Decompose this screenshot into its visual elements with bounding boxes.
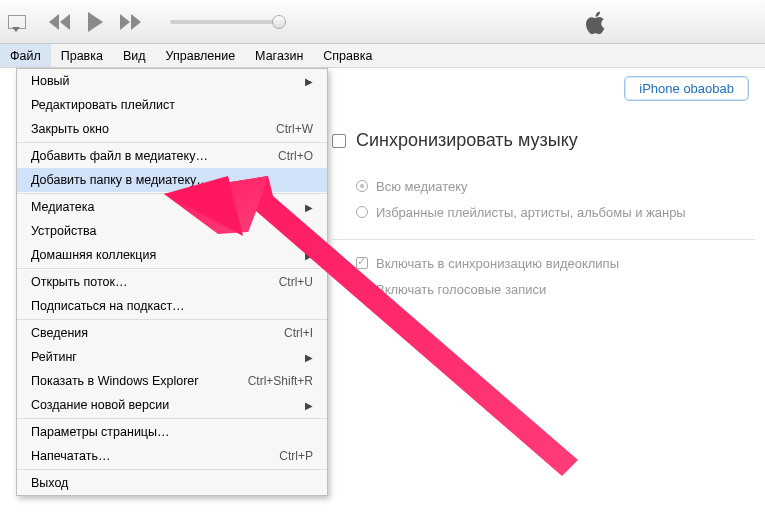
menu-item[interactable]: Рейтинг▶ <box>17 345 327 369</box>
transport-controls <box>48 12 142 32</box>
menu-item[interactable]: Новый▶ <box>17 69 327 93</box>
menu-item[interactable]: Выход <box>17 471 327 495</box>
menu-item[interactable]: Открыть поток…Ctrl+U <box>17 270 327 294</box>
play-icon[interactable] <box>86 12 104 32</box>
submenu-arrow-icon: ▶ <box>305 352 313 363</box>
menu-item-label: Устройства <box>31 224 96 238</box>
menu-item-label: Создание новой версии <box>31 398 169 412</box>
opt-voice-label: Включать голосовые записи <box>376 282 546 297</box>
menu-item[interactable]: Добавить файл в медиатеку…Ctrl+O <box>17 144 327 168</box>
menu-separator <box>17 319 327 320</box>
menu-item[interactable]: Добавить папку в медиатеку… <box>17 168 327 192</box>
menu-shortcut: Ctrl+W <box>276 122 313 136</box>
menu-separator <box>17 268 327 269</box>
apple-logo-icon <box>583 9 609 35</box>
menu-item-label: Добавить папку в медиатеку… <box>31 173 209 187</box>
menu-separator <box>17 418 327 419</box>
menubar: ФайлПравкаВидУправлениеМагазинСправка <box>0 44 765 68</box>
menu-item-label: Параметры страницы… <box>31 425 170 439</box>
radio-all-library[interactable] <box>356 180 368 192</box>
radio-selected[interactable] <box>356 206 368 218</box>
menu-item[interactable]: Закрыть окноCtrl+W <box>17 117 327 141</box>
opt-selected-label: Избранные плейлисты, артисты, альбомы и … <box>376 205 686 220</box>
menu-item-label: Сведения <box>31 326 88 340</box>
menu-item[interactable]: Создание новой версии▶ <box>17 393 327 417</box>
menu-магазин[interactable]: Магазин <box>245 44 313 67</box>
sync-checkbox[interactable] <box>332 134 346 148</box>
menu-item[interactable]: Редактировать плейлист <box>17 93 327 117</box>
menu-shortcut: Ctrl+P <box>279 449 313 463</box>
top-toolbar <box>0 0 765 44</box>
prev-icon[interactable] <box>48 14 72 30</box>
mini-player-toggle[interactable] <box>8 15 26 29</box>
menu-item[interactable]: Медиатека▶ <box>17 195 327 219</box>
submenu-arrow-icon: ▶ <box>305 400 313 411</box>
menu-shortcut: Ctrl+O <box>278 149 313 163</box>
menu-item-label: Открыть поток… <box>31 275 128 289</box>
chk-include-voice[interactable] <box>356 283 368 295</box>
sync-options: Всю медиатеку Избранные плейлисты, артис… <box>356 173 755 302</box>
menu-item-label: Добавить файл в медиатеку… <box>31 149 208 163</box>
menu-shortcut: Ctrl+U <box>279 275 313 289</box>
opt-video-label: Включать в синхронизацию видеоклипы <box>376 256 619 271</box>
menu-item-label: Подписаться на подкаст… <box>31 299 185 313</box>
menu-item-label: Закрыть окно <box>31 122 109 136</box>
sync-header: Синхронизировать музыку <box>332 130 755 151</box>
menu-separator <box>17 469 327 470</box>
menu-item-label: Рейтинг <box>31 350 77 364</box>
file-menu-dropdown: Новый▶Редактировать плейлистЗакрыть окно… <box>16 68 328 496</box>
volume-slider[interactable] <box>170 20 280 24</box>
menu-item[interactable]: Напечатать…Ctrl+P <box>17 444 327 468</box>
menu-separator <box>17 142 327 143</box>
menu-item-label: Выход <box>31 476 68 490</box>
menu-управление[interactable]: Управление <box>156 44 246 67</box>
menu-item[interactable]: Устройства▶ <box>17 219 327 243</box>
divider <box>332 239 755 240</box>
menu-вид[interactable]: Вид <box>113 44 156 67</box>
menu-item-label: Новый <box>31 74 70 88</box>
sync-title: Синхронизировать музыку <box>356 130 578 151</box>
menu-item-label: Редактировать плейлист <box>31 98 175 112</box>
submenu-arrow-icon: ▶ <box>305 250 313 261</box>
menu-item[interactable]: Параметры страницы… <box>17 420 327 444</box>
menu-separator <box>17 193 327 194</box>
menu-item-label: Показать в Windows Explorer <box>31 374 198 388</box>
menu-item[interactable]: Домашняя коллекция▶ <box>17 243 327 267</box>
menu-item-label: Домашняя коллекция <box>31 248 156 262</box>
menu-правка[interactable]: Правка <box>51 44 113 67</box>
chk-include-video[interactable] <box>356 257 368 269</box>
next-icon[interactable] <box>118 14 142 30</box>
content-area: iPhone obaobab Синхронизировать музыку В… <box>332 68 755 302</box>
submenu-arrow-icon: ▶ <box>305 202 313 213</box>
menu-shortcut: Ctrl+I <box>284 326 313 340</box>
menu-shortcut: Ctrl+Shift+R <box>248 374 313 388</box>
menu-файл[interactable]: Файл <box>0 44 51 67</box>
menu-справка[interactable]: Справка <box>313 44 382 67</box>
menu-item[interactable]: Показать в Windows ExplorerCtrl+Shift+R <box>17 369 327 393</box>
opt-all-label: Всю медиатеку <box>376 179 468 194</box>
menu-item[interactable]: СведенияCtrl+I <box>17 321 327 345</box>
submenu-arrow-icon: ▶ <box>305 76 313 87</box>
submenu-arrow-icon: ▶ <box>305 226 313 237</box>
menu-item-label: Напечатать… <box>31 449 110 463</box>
menu-item[interactable]: Подписаться на подкаст… <box>17 294 327 318</box>
menu-item-label: Медиатека <box>31 200 94 214</box>
device-button[interactable]: iPhone obaobab <box>624 76 749 101</box>
